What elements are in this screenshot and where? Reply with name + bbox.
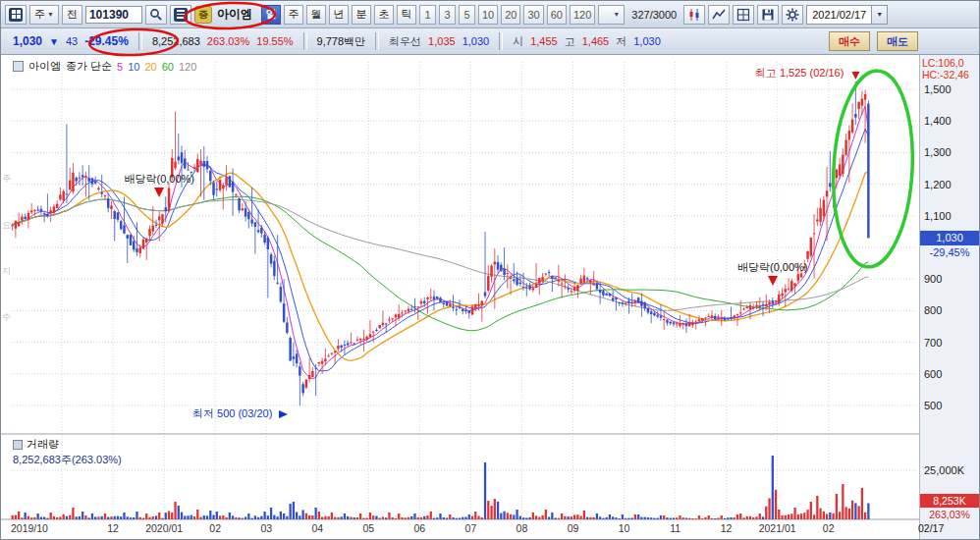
x-axis-label: 08 (517, 522, 528, 534)
volume-bar (670, 517, 672, 519)
grid-settings-button[interactable] (733, 5, 754, 25)
candle-chart-button[interactable] (683, 5, 705, 25)
volume-bar (650, 517, 652, 519)
volume-bar (40, 517, 42, 519)
candle (110, 205, 112, 209)
x-axis-label: 03 (260, 522, 272, 534)
minute-button-20[interactable]: 20 (501, 5, 520, 25)
candle (382, 323, 384, 325)
tab-period-second[interactable]: 초 (374, 5, 394, 25)
tab-period-minute[interactable]: 분 (352, 5, 371, 25)
candle (123, 225, 125, 233)
volume-bar (94, 516, 96, 519)
candle (561, 284, 563, 285)
settings-button[interactable] (782, 5, 803, 25)
stock-type-label: 주 (34, 7, 45, 22)
candle (583, 276, 585, 283)
low-label: 저 (616, 34, 626, 49)
candle (742, 309, 744, 310)
volume-bar (350, 516, 352, 519)
volume-bar (18, 512, 20, 519)
candle (854, 114, 856, 118)
x-axis-label: 09 (568, 522, 579, 534)
scope-dropdown[interactable]: 전 (62, 5, 82, 25)
candle (842, 155, 844, 175)
candle (33, 210, 35, 211)
interval-dropdown[interactable]: ▼ (598, 5, 625, 25)
volume-bar (344, 513, 346, 519)
volume-bar (634, 514, 636, 519)
minute-button-1[interactable]: 1 (419, 5, 436, 25)
candle (612, 297, 614, 300)
app-menu-button[interactable] (5, 5, 27, 25)
search-button[interactable] (145, 5, 167, 25)
volume-bar (270, 508, 272, 519)
candle (378, 325, 380, 328)
high-marker-arrow (851, 72, 859, 80)
buy-button[interactable]: 매수 (829, 31, 870, 51)
candle (861, 99, 863, 106)
candle (749, 305, 751, 309)
candle (836, 170, 838, 179)
volume-bar (781, 515, 783, 519)
line-chart-button[interactable] (708, 5, 730, 25)
stock-info-button[interactable] (170, 5, 191, 25)
hc-value: HC:-32,46 (922, 69, 969, 81)
volume-bar (276, 516, 278, 519)
volume-bar (721, 515, 723, 519)
minute-button-5[interactable]: 5 (459, 5, 475, 25)
volume-bar (187, 515, 189, 519)
tab-period-year[interactable]: 년 (329, 5, 349, 25)
save-button[interactable] (757, 5, 779, 25)
high-price: 1,465 (582, 35, 610, 47)
candle (711, 315, 713, 318)
volume-bar (698, 515, 700, 519)
volume-bar (148, 517, 150, 519)
calendar-dropdown-icon[interactable]: ▼ (871, 6, 887, 24)
tab-period-month[interactable]: 월 (306, 5, 326, 25)
best-ask: 1,035 (428, 35, 456, 47)
volume-bar (280, 512, 282, 519)
volume-bar (401, 517, 403, 519)
volume-bar (229, 513, 231, 519)
candle (755, 305, 757, 306)
candle (443, 303, 445, 304)
candle (694, 321, 696, 322)
change-percent: -29.45% (84, 34, 129, 48)
volume-axis-badge: 8,253K (920, 494, 979, 508)
price-volume-chart[interactable]: 1,5001,4001,3001,2001,100900800700600500… (1, 1, 980, 540)
candle (276, 283, 278, 284)
stock-code-input[interactable] (85, 6, 142, 24)
minute-button-120[interactable]: 120 (570, 5, 595, 25)
docked-side-tab[interactable]: 주 요 지 수 (2, 173, 10, 357)
volume-bar (104, 513, 106, 519)
minute-button-10[interactable]: 10 (478, 5, 498, 25)
candle (97, 189, 99, 189)
volume-bar (410, 516, 412, 519)
candle (554, 278, 556, 280)
ex-dividend-text: 배당락(0,00%) (124, 173, 194, 185)
minute-button-60[interactable]: 60 (547, 5, 567, 25)
minute-button-3[interactable]: 3 (439, 5, 456, 25)
tab-period-week[interactable]: 주 (284, 5, 303, 25)
volume-bar (832, 513, 834, 519)
sell-button[interactable]: 매도 (877, 31, 918, 51)
x-axis-label: 2019/10 (11, 522, 48, 534)
volume-bar (334, 517, 336, 519)
red-down-arrow-icon (154, 188, 164, 202)
stock-type-dropdown[interactable]: 주 ▼ (29, 5, 59, 25)
tab-period-tick[interactable]: 틱 (397, 5, 416, 25)
candle (59, 194, 61, 199)
tab-period-day[interactable]: 일 (261, 5, 281, 25)
candle (353, 344, 354, 345)
candle (691, 322, 693, 325)
candle (362, 339, 364, 340)
minute-button-30[interactable]: 30 (523, 5, 543, 25)
candle (471, 306, 473, 314)
date-picker[interactable]: 2021/02/17 ▼ (806, 5, 888, 25)
volume-bar (644, 517, 646, 519)
volume-bar (293, 502, 295, 519)
x-axis-label: 2021/01 (759, 522, 796, 534)
volume-bar (321, 517, 323, 519)
volume-bar (749, 516, 751, 519)
